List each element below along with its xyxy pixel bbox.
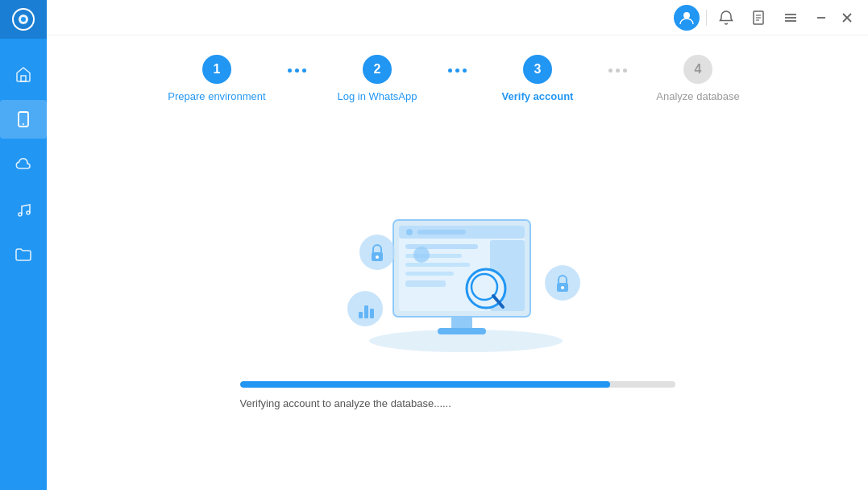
dot	[295, 69, 299, 73]
step-dots-1	[281, 69, 313, 73]
svg-point-23	[406, 229, 413, 235]
sidebar-item-home[interactable]	[0, 55, 47, 93]
svg-point-8	[683, 12, 690, 19]
minimize-button[interactable]	[810, 6, 833, 29]
svg-point-46	[561, 286, 564, 289]
svg-rect-29	[405, 272, 454, 276]
progress-area: Verifying account to analyze the databas…	[208, 381, 708, 409]
step-analyze: 4 Analyze database	[633, 55, 762, 102]
svg-rect-41	[359, 312, 363, 318]
titlebar	[47, 0, 868, 35]
dot	[448, 69, 452, 73]
sidebar-item-cloud[interactable]	[0, 145, 47, 184]
svg-point-5	[23, 123, 24, 125]
svg-rect-30	[405, 280, 446, 287]
titlebar-divider	[706, 10, 707, 26]
step-4-circle: 4	[683, 55, 712, 84]
close-button[interactable]	[836, 6, 858, 29]
step-2-label: Log in WhatsApp	[337, 90, 417, 102]
document-icon[interactable]	[745, 5, 771, 31]
progress-status-text: Verifying account to analyze the databas…	[240, 397, 675, 409]
steps-bar: 1 Prepare environment 2 Log in WhatsApp	[47, 35, 868, 115]
sidebar-nav	[0, 55, 47, 274]
svg-rect-43	[370, 309, 374, 318]
dot	[616, 69, 620, 73]
svg-rect-36	[438, 328, 486, 334]
step-dots-3	[602, 69, 633, 73]
svg-point-7	[27, 211, 30, 214]
sidebar	[0, 0, 47, 490]
dot	[455, 69, 459, 73]
sidebar-item-folder[interactable]	[0, 235, 47, 274]
illustration	[329, 180, 587, 357]
progress-bar-background	[240, 381, 675, 388]
notification-icon[interactable]	[713, 5, 739, 31]
dot	[302, 69, 306, 73]
step-1-label: Prepare environment	[168, 90, 265, 102]
svg-rect-3	[21, 76, 26, 81]
app-logo[interactable]	[0, 0, 47, 39]
step-login: 2 Log in WhatsApp	[313, 55, 442, 102]
step-4-label: Analyze database	[656, 90, 739, 102]
svg-rect-24	[417, 230, 466, 235]
svg-rect-28	[405, 263, 470, 267]
svg-rect-35	[451, 317, 472, 330]
step-dots-2	[442, 69, 473, 73]
sidebar-item-device[interactable]	[0, 100, 47, 139]
svg-point-6	[19, 213, 22, 216]
progress-bar-fill	[240, 381, 610, 388]
main-content: 1 Prepare environment 2 Log in WhatsApp	[47, 0, 868, 490]
step-verify: 3 Verify account	[473, 55, 602, 102]
svg-point-2	[21, 17, 26, 22]
svg-rect-42	[364, 305, 368, 318]
step-2-circle: 2	[363, 55, 392, 84]
step-prepare: 1 Prepare environment	[152, 55, 281, 102]
step-1-circle: 1	[202, 55, 231, 84]
step-3-label: Verify account	[502, 90, 574, 102]
window-controls	[810, 6, 858, 29]
svg-point-39	[376, 255, 379, 259]
dot	[623, 69, 627, 73]
dot	[608, 69, 613, 73]
svg-rect-26	[405, 244, 478, 249]
step-3-circle: 3	[523, 55, 552, 84]
main-area: Verifying account to analyze the databas…	[47, 115, 868, 490]
dot	[463, 69, 467, 73]
user-avatar[interactable]	[674, 5, 700, 31]
dot	[288, 69, 292, 73]
sidebar-item-music[interactable]	[0, 190, 47, 229]
svg-point-31	[413, 247, 430, 263]
menu-icon[interactable]	[778, 5, 804, 31]
